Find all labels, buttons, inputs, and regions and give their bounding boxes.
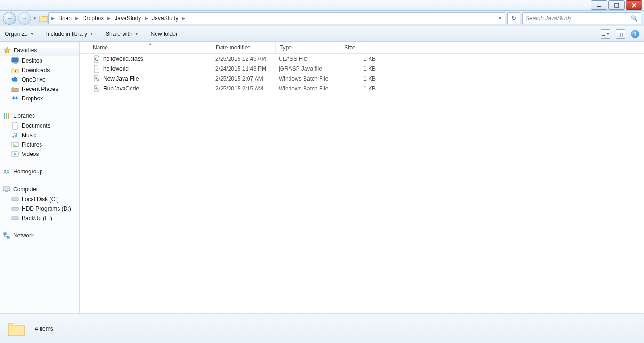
file-name: helloworld: [103, 65, 129, 72]
chevron-down-icon[interactable]: ▼: [497, 16, 503, 21]
file-date: 2/24/2015 11:43 PM: [212, 65, 275, 72]
svg-point-19: [17, 208, 17, 209]
column-header-date[interactable]: Date modified: [212, 42, 276, 53]
history-dropdown-icon[interactable]: ▼: [33, 16, 37, 21]
pictures-icon: [11, 141, 19, 148]
file-date: 2/25/2015 12:45 AM: [212, 56, 275, 62]
chevron-right-icon: ▶: [107, 16, 112, 21]
share-with-button[interactable]: Share with▼: [106, 31, 139, 37]
file-type: Windows Batch File: [275, 75, 339, 82]
table-row[interactable]: Jhelloworld2/24/2015 11:43 PMjGRASP Java…: [80, 64, 644, 74]
chevron-down-icon: ▼: [30, 32, 34, 36]
chevron-right-icon: ▶: [50, 16, 56, 21]
homegroup-icon: [3, 168, 10, 175]
search-input[interactable]: Search JavaStudy 🔍: [522, 12, 641, 24]
sidebar-item-music[interactable]: Music: [0, 131, 79, 140]
chevron-right-icon: ▶: [181, 16, 186, 21]
svg-point-10: [13, 144, 15, 145]
recent-icon: [11, 85, 19, 93]
sidebar-item-hdd-programs[interactable]: HDD Programs (D:): [0, 204, 79, 213]
breadcrumb-item[interactable]: JavaStudy: [112, 13, 144, 24]
sidebar-item-onedrive[interactable]: OneDrive: [0, 75, 79, 84]
address-bar: ← → ▼ ▶ Brian▶ Dropbox▶ JavaStudy▶ JavaS…: [0, 11, 644, 26]
column-header-size[interactable]: Size: [340, 42, 381, 53]
include-in-library-button[interactable]: Include in library▼: [46, 31, 93, 37]
status-bar: 4 items: [0, 313, 644, 343]
file-icon: [93, 55, 100, 63]
music-icon: [11, 131, 19, 139]
sidebar-item-pictures[interactable]: Pictures: [0, 140, 79, 149]
maximize-button[interactable]: [608, 0, 625, 10]
back-button[interactable]: ←: [3, 12, 16, 25]
file-list: Name▲ Date modified Type Size helloworld…: [80, 42, 644, 313]
file-type: CLASS File: [275, 56, 339, 62]
svg-point-13: [7, 170, 9, 172]
document-icon: [11, 122, 19, 130]
table-row[interactable]: New Java File2/25/2015 2:07 AMWindows Ba…: [80, 74, 644, 83]
sidebar-group-libraries[interactable]: Libraries: [0, 111, 79, 121]
sidebar-group-favorites[interactable]: Favorites: [0, 45, 79, 56]
folder-icon: [7, 319, 26, 339]
sidebar-item-desktop[interactable]: Desktop: [0, 56, 79, 65]
chevron-down-icon: ▼: [90, 32, 93, 36]
svg-point-12: [4, 170, 6, 172]
svg-rect-4: [12, 58, 18, 62]
view-options-button[interactable]: ☰▼: [601, 29, 610, 39]
libraries-icon: [3, 112, 10, 120]
sort-asc-icon: ▲: [149, 42, 152, 46]
svg-rect-7: [6, 113, 7, 119]
table-row[interactable]: helloworld.class2/25/2015 12:45 AMCLASS …: [80, 54, 644, 64]
file-size: 1 KB: [339, 85, 380, 92]
breadcrumb-item[interactable]: Dropbox: [80, 13, 107, 24]
column-header-type[interactable]: Type: [276, 42, 340, 53]
svg-rect-5: [14, 63, 17, 64]
drive-icon: [11, 205, 19, 212]
forward-button[interactable]: →: [18, 12, 31, 25]
svg-rect-22: [4, 233, 6, 235]
file-icon: [93, 85, 100, 92]
sidebar-item-videos[interactable]: Videos: [0, 149, 79, 159]
sidebar-item-recent-places[interactable]: Recent Places: [0, 84, 79, 94]
new-folder-button[interactable]: New folder: [151, 31, 178, 37]
close-button[interactable]: [626, 0, 642, 10]
file-type: jGRASP Java file: [275, 65, 339, 72]
star-icon: [3, 47, 11, 54]
refresh-button[interactable]: ↻: [507, 12, 520, 24]
drive-icon: [11, 214, 19, 222]
chevron-down-icon: ▼: [135, 32, 139, 36]
sidebar-item-downloads[interactable]: Downloads: [0, 65, 79, 75]
svg-rect-23: [7, 237, 9, 238]
folder-icon: [39, 15, 46, 22]
table-row[interactable]: RunJavaCode2/25/2015 2:15 AMWindows Batc…: [80, 83, 644, 93]
sidebar-item-dropbox[interactable]: Dropbox: [0, 94, 79, 103]
file-type: Windows Batch File: [275, 85, 339, 92]
help-button[interactable]: ?: [631, 30, 639, 38]
column-headers: Name▲ Date modified Type Size: [80, 42, 644, 54]
sidebar-item-documents[interactable]: Documents: [0, 121, 79, 131]
breadcrumb[interactable]: ▶ Brian▶ Dropbox▶ JavaStudy▶ JavaStudy▶ …: [48, 12, 505, 24]
organize-button[interactable]: Organize▼: [5, 31, 34, 37]
svg-text:J: J: [96, 67, 98, 71]
search-icon: 🔍: [631, 15, 638, 22]
breadcrumb-item[interactable]: Brian: [56, 13, 74, 24]
svg-point-17: [17, 199, 17, 200]
sidebar-item-backup[interactable]: BackUp (E:): [0, 213, 79, 223]
svg-rect-15: [5, 191, 8, 192]
preview-pane-button[interactable]: ◫: [616, 29, 625, 39]
breadcrumb-item[interactable]: JavaStudy: [149, 13, 181, 24]
svg-rect-14: [3, 187, 10, 191]
sidebar-group-network[interactable]: Network: [0, 230, 79, 241]
sidebar-item-local-disk[interactable]: Local Disk (C:): [0, 195, 79, 204]
minimize-button[interactable]: [591, 0, 607, 10]
chevron-right-icon: ▶: [74, 16, 80, 21]
window-titlebar: [0, 0, 644, 11]
file-size: 1 KB: [339, 65, 380, 72]
file-icon: [93, 75, 100, 82]
file-size: 1 KB: [339, 75, 380, 82]
sidebar-group-homegroup[interactable]: Homegroup: [0, 166, 79, 177]
downloads-icon: [11, 66, 19, 74]
cloud-icon: [11, 76, 19, 83]
dropbox-icon: [11, 95, 19, 102]
sidebar-group-computer[interactable]: Computer: [0, 184, 79, 195]
column-header-name[interactable]: Name▲: [89, 42, 212, 53]
